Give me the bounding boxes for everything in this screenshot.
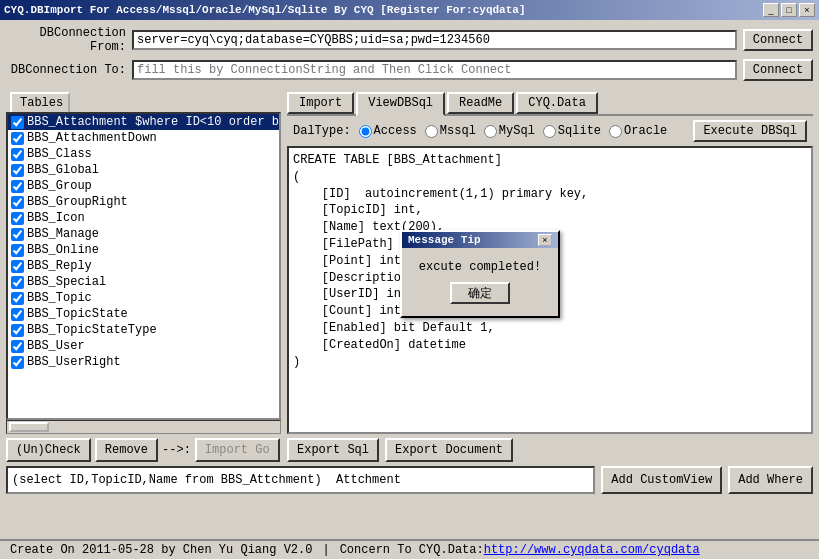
dialog-body: excute completed! 确定 <box>402 248 558 316</box>
dialog-title-text: Message Tip <box>408 234 481 246</box>
dialog-close-button[interactable]: × <box>538 234 552 246</box>
dialog-title-bar: Message Tip × <box>402 232 558 248</box>
message-dialog: Message Tip × excute completed! 确定 <box>400 230 560 318</box>
dialog-overlay: Message Tip × excute completed! 确定 <box>0 0 819 559</box>
dialog-message: excute completed! <box>419 260 541 274</box>
dialog-ok-button[interactable]: 确定 <box>450 282 510 304</box>
